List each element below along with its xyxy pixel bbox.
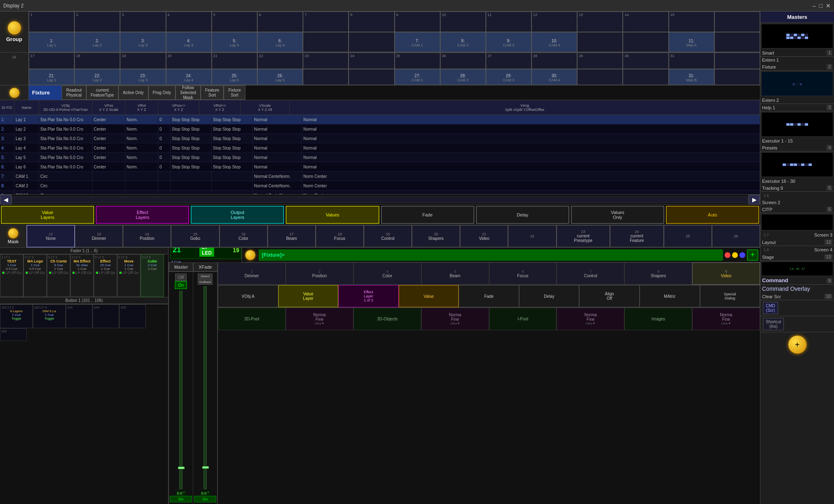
tab-values-only[interactable]: ValuesOnly	[571, 206, 664, 224]
sidebar-cmd-scr[interactable]: CMD(Scr)	[760, 300, 834, 316]
exec-btn-6[interactable]: 6 LT 8 Move 1 Cue 1 Cue LPOffGo	[117, 254, 141, 297]
table-row[interactable]: 5: Lay 5 Sta Plar Sta No 0.0 Cro Center …	[0, 153, 760, 162]
g2-empty2[interactable]	[349, 69, 394, 85]
g2-lay6[interactable]: 26:Lay 6	[257, 69, 303, 85]
feat-focus[interactable]: 6Focus	[489, 262, 557, 285]
select-btn[interactable]: Select	[198, 274, 213, 279]
mask-btn-22[interactable]: 22	[508, 225, 556, 247]
sidebar-smart[interactable]: Smart 1	[760, 23, 834, 57]
exec-btn-lt6[interactable]: 6 LT 6 Cube 2 Cue 1 Cue	[141, 254, 164, 297]
tab-output-layers[interactable]: OutputLayers	[191, 206, 284, 224]
group-btn-lay3[interactable]: 3:Lay 3	[120, 32, 166, 53]
g2-btn-17[interactable]: 17	[29, 53, 74, 69]
vbtn-effect-layer[interactable]: EffectLayer1 of 3	[338, 285, 399, 307]
pool-images[interactable]: Images	[624, 308, 692, 330]
g2-cam4[interactable]: 30:CAM 4	[531, 69, 577, 85]
scroll-track[interactable]	[12, 196, 749, 203]
g2-btn-23[interactable]: 23	[303, 53, 349, 69]
pool-3d-pool[interactable]: 3D-Pool	[218, 308, 286, 330]
g2-btn-24[interactable]: 24	[349, 53, 394, 69]
prog-only-btn[interactable]: Prog Only	[148, 85, 176, 100]
master-fader-track[interactable]	[179, 291, 183, 489]
vbtn-value-layer[interactable]: ValueLayer	[278, 285, 339, 307]
pool-norma-fine-1[interactable]: NormaFineUltra▼	[286, 308, 353, 330]
group-btn-cam4[interactable]: 10:CAM 4	[531, 32, 577, 53]
feature-sort-btn[interactable]: FeatureSort	[201, 85, 224, 100]
tab-value-layers[interactable]: ValueLayers	[1, 206, 94, 224]
g2-btn-26[interactable]: 26	[440, 53, 486, 69]
group-btn-13[interactable]: 13	[577, 12, 623, 32]
g2-lay5[interactable]: 25:Lay 5	[212, 69, 257, 85]
group-btn-7[interactable]: 7	[303, 12, 349, 32]
fixture-sort-btn[interactable]: FixtureSort	[224, 85, 245, 100]
g2-spacer2[interactable]	[714, 69, 760, 85]
pool-i-pool[interactable]: I-Pool	[489, 308, 557, 330]
mask-btn-25[interactable]: 25	[664, 225, 712, 247]
g2-btn-27[interactable]: 27	[486, 53, 531, 69]
feat-shapers[interactable]: 8Shapers	[624, 262, 692, 285]
sidebar-screen4[interactable]: 1.8 Screen 4 Stage 13	[760, 246, 834, 261]
group-btn-4[interactable]: 4	[166, 12, 212, 32]
group-btn-lay1[interactable]: 1:Lay 1	[29, 32, 74, 53]
pool-norma-fine-3[interactable]: NormaFineUltra▼	[557, 308, 624, 330]
mask-btn-gobo[interactable]: 15Gobo	[171, 225, 219, 247]
mask-btn-position[interactable]: 14Position	[123, 225, 171, 247]
mask-btn-none[interactable]: 12None	[27, 225, 75, 247]
group-btn-9[interactable]: 9	[395, 12, 440, 32]
tab-effect-layers[interactable]: EffectLayers	[96, 206, 189, 224]
group-btn-15[interactable]: 15	[669, 12, 714, 32]
g2-lay4[interactable]: 24:Lay 4	[166, 69, 212, 85]
group-btn-cam1[interactable]: 7:CAM 1	[395, 32, 440, 53]
group-btn-spacer[interactable]	[714, 32, 760, 53]
g2-btn-19[interactable]: 19	[120, 53, 166, 69]
btn-102[interactable]: 102 LT 4 DIM 6 La 1 Cue Toggle	[33, 304, 66, 328]
readout-physical-btn[interactable]: ReadoutPhysical	[62, 85, 86, 100]
vbtn-fade[interactable]: Fade	[459, 285, 519, 307]
exec-btn-3[interactable]: 3 LT 3 Ch Conte 9 Cue 1 Cue LPOffGo	[47, 254, 70, 297]
mask-btn-current-feature[interactable]: 24currentFeature	[610, 225, 664, 247]
mask-btn-dimmer[interactable]: 13Dimmer	[75, 225, 123, 247]
sidebar-cmd-overlay[interactable]: Command Overlay Clear Scr 10	[760, 285, 834, 300]
feat-control[interactable]: 7Control	[557, 262, 624, 285]
group-btn-empty4[interactable]	[623, 32, 668, 53]
g2-btn-spacer[interactable]	[714, 53, 760, 69]
btn-101[interactable]: 101 LT 2 6 Layers 1 Cue Toggle	[0, 304, 33, 328]
g2-lay2[interactable]: 22:Lay 2	[74, 69, 120, 85]
sidebar-shortcut[interactable]: Shortcut(Ins)	[760, 316, 834, 332]
sidebar-help1[interactable]: Help 1 3	[760, 104, 834, 111]
g2-btn-22[interactable]: 22	[257, 53, 303, 69]
master-on-btn[interactable]: On	[175, 281, 187, 289]
group-btn-masa[interactable]: 11:Mas A	[669, 32, 714, 53]
sidebar-executor2[interactable]: Executor 16 - 30 Tracking 9 5	[760, 152, 834, 192]
table-row[interactable]: 4: Lay 4 Sta Plar Sta No 0.0 Cro Center …	[0, 143, 760, 153]
group-btn-10[interactable]: 10	[440, 12, 486, 32]
exec-btn-2[interactable]: 2 LT 2 MA Logo 1 Cue 0.5 Cue LPOffGo	[23, 254, 47, 297]
gold-plus-btn[interactable]: +	[788, 336, 806, 354]
group-btn-3[interactable]: 3	[120, 12, 166, 32]
vbtn-align-off[interactable]: AlignOff	[579, 285, 640, 307]
g2-btn-30[interactable]: 30	[623, 53, 668, 69]
group-btn-lay2[interactable]: 2:Lay 2	[74, 32, 120, 53]
g2-cam2[interactable]: 28:CAM 2	[440, 69, 486, 85]
table-row[interactable]: 1: Lay 1 Sta Plar Sta No 0.0 Cro Center …	[0, 115, 760, 124]
group-btn-16-ph[interactable]	[714, 12, 760, 32]
sidebar-screen2[interactable]: 1.6 Screen 2 CITP 6	[760, 192, 834, 213]
table-row[interactable]: 8: CAM 2 Circ Normal CenteNorm. Norm Cen…	[0, 181, 760, 191]
g2-empty3[interactable]	[577, 69, 623, 85]
tab-values[interactable]: Values	[286, 206, 379, 224]
tab-auto[interactable]: Auto	[666, 206, 759, 224]
mask-btn-control[interactable]: 19Control	[364, 225, 412, 247]
group-btn-1[interactable]: 1	[29, 12, 74, 32]
g2-cam1[interactable]: 27:CAM 1	[395, 69, 440, 85]
group-btn-empty1[interactable]	[303, 32, 349, 53]
pool-3d-objects[interactable]: 3D-Objects	[353, 308, 421, 330]
cmd-scr-btn[interactable]: CMD(Scr)	[763, 302, 778, 314]
feat-color[interactable]: 4Color	[353, 262, 421, 285]
table-row[interactable]: 7: CAM 1 Circ Normal CenteNorm. Norm Cen…	[0, 172, 760, 181]
tab-fade[interactable]: Fade	[381, 206, 474, 224]
close-button[interactable]: ✕	[826, 2, 831, 9]
table-row[interactable]: 3: Lay 3 Sta Plar Sta No 0.0 Cro Center …	[0, 134, 760, 143]
btn-106[interactable]: 106	[0, 328, 27, 341]
current-feature-type-btn[interactable]: currentFeatureType	[86, 85, 118, 100]
table-row[interactable]: 2: Lay 2 Sta Plar Sta No 0.0 Cro Center …	[0, 124, 760, 134]
